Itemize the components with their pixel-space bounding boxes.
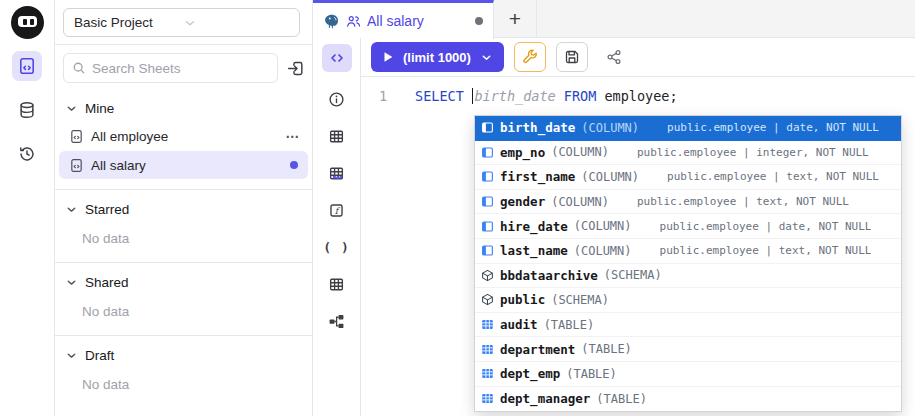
history-nav-button[interactable] (12, 139, 42, 169)
column-icon (481, 195, 494, 208)
table-grid-icon (328, 276, 345, 293)
ghost-suggestion: birth_date (474, 88, 555, 104)
parameters-panel-button[interactable]: ( ) (322, 233, 352, 261)
sheet-sidebar: Basic Project (55, 0, 313, 416)
code-icon (329, 50, 345, 66)
bytebase-logo[interactable] (11, 6, 44, 39)
autocomplete-item-detail: public.employee | text, NOT NULL (667, 170, 879, 183)
chevron-down-icon (65, 102, 78, 115)
autocomplete-item-type: (COLUMN) (574, 244, 632, 258)
tab-all-salary[interactable]: All salary (313, 0, 494, 39)
section-header-starred[interactable]: Starred (55, 197, 312, 221)
autocomplete-item-type: (COLUMN) (551, 145, 609, 159)
members-icon (346, 14, 361, 29)
autocomplete-item[interactable]: last_name (COLUMN) public.employee | tex… (475, 239, 901, 264)
table-data-icon (328, 165, 345, 182)
sheet-item-all-salary[interactable]: All salary (59, 151, 308, 179)
save-icon (564, 49, 580, 65)
autocomplete-item[interactable]: first_name (COLUMN) public.employee | te… (475, 165, 901, 190)
autocomplete-item-detail: public.employee | integer, NOT NULL (637, 146, 869, 159)
chevron-down-icon (183, 16, 292, 30)
table-data-panel-button[interactable] (322, 159, 352, 187)
save-sheet-button[interactable] (556, 42, 588, 72)
section-label: Mine (85, 101, 114, 116)
section-header-draft[interactable]: Draft (55, 343, 312, 367)
section-shared: Shared No data (55, 262, 312, 325)
search-row (55, 45, 312, 91)
postgres-icon (323, 13, 340, 30)
plus-icon: + (509, 7, 521, 31)
autocomplete-item-name: first_name (500, 169, 575, 184)
tab-label: All salary (367, 13, 469, 29)
column-icon (481, 146, 494, 159)
autocomplete-item[interactable]: dept_emp (TABLE) (475, 362, 901, 387)
databases-nav-button[interactable] (12, 95, 42, 125)
tables-panel-button[interactable] (322, 122, 352, 150)
autocomplete-item-type: (TABLE) (566, 367, 617, 381)
autocomplete-item-name: public (500, 292, 545, 307)
autocomplete-item-detail: public.employee | date, NOT NULL (660, 220, 872, 233)
autocomplete-item-type: (TABLE) (581, 342, 632, 356)
search-icon (72, 61, 86, 75)
autocomplete-item[interactable]: hire_date (COLUMN) public.employee | dat… (475, 214, 901, 239)
empty-state: No data (55, 367, 312, 398)
autocomplete-item-type: (SCHEMA) (604, 268, 662, 282)
share-sheet-button[interactable] (598, 42, 630, 72)
schema-icon (481, 293, 494, 306)
sheets-nav-button[interactable] (12, 51, 42, 81)
column-icon (481, 121, 494, 134)
sql-mode-button[interactable] (322, 44, 352, 72)
tab-bar: All salary + (313, 0, 915, 38)
editor-rail: f ( ) (313, 38, 361, 416)
sheet-item-label: All employee (91, 129, 279, 144)
autocomplete-item[interactable]: dept_manager (TABLE) (475, 387, 901, 412)
code-text: SELECT birth_date FROM employee; (405, 88, 678, 104)
column-icon (481, 170, 494, 183)
format-sql-button[interactable] (514, 42, 546, 72)
search-input[interactable] (92, 61, 269, 76)
autocomplete-item-type: (COLUMN) (574, 219, 632, 233)
info-panel-button[interactable] (322, 85, 352, 113)
project-selector-value: Basic Project (74, 15, 183, 30)
functions-panel-button[interactable]: f (322, 196, 352, 224)
autocomplete-item[interactable]: audit (TABLE) (475, 313, 901, 338)
autocomplete-popup: birth_date (COLUMN) public.employee | da… (474, 115, 902, 412)
chevron-down-icon (65, 276, 78, 289)
schema-icon (481, 269, 494, 282)
autocomplete-item[interactable]: gender (COLUMN) public.employee | text, … (475, 190, 901, 215)
autocomplete-item-name: birth_date (500, 120, 575, 135)
info-icon (328, 91, 345, 108)
autocomplete-item-type: (COLUMN) (551, 195, 609, 209)
views-panel-button[interactable] (322, 270, 352, 298)
schema-diagram-button[interactable] (322, 307, 352, 335)
section-label: Draft (85, 348, 114, 363)
autocomplete-item-name: hire_date (500, 219, 568, 234)
autocomplete-item-detail: public.employee | text, NOT NULL (637, 195, 849, 208)
autocomplete-item-name: gender (500, 194, 545, 209)
section-header-mine[interactable]: Mine (55, 95, 312, 121)
share-icon (606, 49, 622, 65)
section-header-shared[interactable]: Shared (55, 270, 312, 294)
autocomplete-item[interactable]: emp_no (COLUMN) public.employee | intege… (475, 141, 901, 166)
editor-toolbar: (limit 1000) (361, 38, 915, 77)
empty-state: No data (55, 221, 312, 252)
more-icon[interactable]: ⋯ (286, 128, 303, 144)
autocomplete-item[interactable]: birth_date (COLUMN) public.employee | da… (475, 116, 901, 141)
section-starred: Starred No data (55, 189, 312, 252)
autocomplete-item[interactable]: department (TABLE) (475, 337, 901, 362)
new-tab-button[interactable]: + (494, 0, 537, 38)
run-query-button[interactable]: (limit 1000) (371, 42, 504, 72)
autocomplete-item-name: emp_no (500, 145, 545, 160)
import-sheet-icon[interactable] (286, 59, 305, 78)
project-selector[interactable]: Basic Project (63, 8, 300, 37)
sheet-tree: Mine All employee ⋯ (55, 91, 312, 416)
autocomplete-item[interactable]: bbdataarchive (SCHEMA) (475, 264, 901, 289)
column-icon (481, 244, 494, 257)
chevron-down-icon[interactable] (480, 51, 493, 64)
autocomplete-item[interactable]: public (SCHEMA) (475, 288, 901, 313)
code-line: 1 SELECT birth_date FROM employee; (361, 86, 915, 106)
wrench-icon (522, 49, 538, 65)
sql-keyword: SELECT (415, 88, 472, 104)
sheet-item-all-employee[interactable]: All employee ⋯ (59, 122, 308, 150)
autocomplete-item-type: (TABLE) (544, 318, 595, 332)
